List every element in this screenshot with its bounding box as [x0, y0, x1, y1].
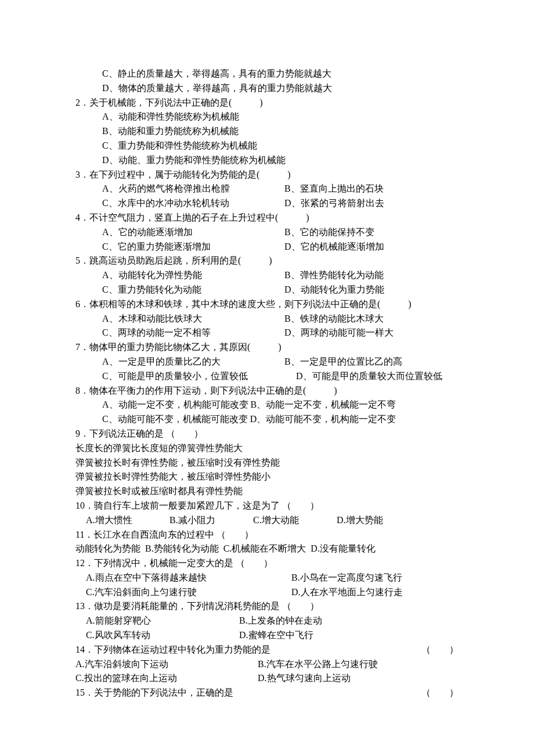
q11-option-b: B.势能转化为动能 — [145, 543, 219, 553]
q12-stem: 12．下列情况中，机械能一定变大的是 （ ） — [75, 556, 459, 571]
q12-options-row1: A.雨点在空中下落得越来越快 B.小鸟在一定高度匀速飞行 — [75, 571, 459, 585]
q6-stem: 6．体积相等的木球和铁球，其中木球的速度大些，则下列说法中正确的是( ) — [75, 297, 459, 312]
q14-paren: （ ） — [421, 643, 459, 657]
q15-stem: 15．关于势能的下列说法中，正确的是 — [75, 686, 421, 700]
q12-option-a: A.雨点在空中下落得越来越快 — [86, 571, 289, 585]
q3-option-d: D、张紧的弓将箭射出去 — [284, 196, 384, 211]
q7-option-b: B、一定是甲的位置比乙的高 — [284, 355, 402, 369]
q9-option-d: 弹簧被拉长时或被压缩时都具有弹性势能 — [75, 484, 459, 499]
q6-option-d: D、两球的动能可能一样大 — [284, 326, 394, 340]
q5-option-a: A、动能转化为弹性势能 — [102, 268, 282, 283]
q7-option-d: D、可能是甲的质量较大而位置较低 — [296, 369, 442, 384]
q11-options: 动能转化为势能 B.势能转化为动能 C.机械能在不断增大 D.没有能量转化 — [75, 542, 459, 556]
q7-options-row2: C、可能是甲的质量较小，位置较低 D、可能是甲的质量较大而位置较低 — [75, 369, 459, 384]
q2-option-b: B、动能和重力势能统称为机械能 — [75, 124, 459, 139]
q5-options-row2: C、重力势能转化为动能 D、动能转化为重力势能 — [75, 283, 459, 297]
q14-option-c: C.投出的篮球在向上运动 — [75, 671, 255, 686]
q13-option-a: A.箭能射穿靶心 — [86, 614, 237, 628]
q1-option-d: D、物体的质量越大，举得越高，具有的重力势能就越大 — [75, 81, 459, 96]
q4-stem: 4．不计空气阻力，竖直上抛的石子在上升过程中( ) — [75, 211, 459, 225]
q10-option-a: A.增大惯性 — [86, 513, 167, 528]
q3-stem: 3．在下列过程中，属于动能转化为势能的是( ) — [75, 168, 459, 182]
q10-stem: 10．骑自行车上坡前一般要加紧蹬几下，这是为了 （ ） — [75, 499, 459, 513]
q8-option-a: A、动能一定不变，机构能可能改变 — [102, 399, 248, 409]
q6-option-c: C、两球的动能一定不相等 — [102, 326, 282, 340]
q3-option-c: C、水库中的水冲动水轮机转动 — [102, 196, 282, 211]
q4-options-row1: A、它的动能逐渐增加 B、它的动能保持不变 — [75, 225, 459, 240]
q5-option-b: B、弹性势能转化为动能 — [284, 268, 384, 283]
q9-option-b: 弹簧被拉长时有弹性势能，被压缩时没有弹性势能 — [75, 456, 459, 470]
q14-option-d: D.热气球匀速向上运动 — [258, 671, 351, 686]
q12-option-c: C.汽车沿斜面向上匀速行驶 — [86, 585, 289, 600]
q6-option-a: A、木球和动能比铁球大 — [102, 312, 282, 326]
q3-options-row2: C、水库中的水冲动水轮机转动 D、张紧的弓将箭射出去 — [75, 196, 459, 211]
q8-option-b: B、动能一定不变，机械能一定不弯 — [251, 399, 396, 409]
q9-stem: 9．下列说法正确的是 （ ） — [75, 427, 459, 441]
q13-options-row2: C.风吹风车转动 D.蜜蜂在空中飞行 — [75, 628, 459, 643]
q4-option-d: D、它的机械能逐渐增加 — [284, 240, 384, 254]
q14-stem-row: 14．下列物体在运动过程中转化为重力势能的是 （ ） — [75, 643, 459, 657]
q5-options-row1: A、动能转化为弹性势能 B、弹性势能转化为动能 — [75, 268, 459, 283]
q11-option-d: D.没有能量转化 — [311, 543, 376, 553]
q3-option-b: B、竖直向上抛出的石块 — [284, 182, 384, 196]
q13-option-d: D.蜜蜂在空中飞行 — [239, 628, 313, 643]
q3-options-row1: A、火药的燃气将枪弹推出枪膛 B、竖直向上抛出的石块 — [75, 182, 459, 196]
q10-option-c: C.增大动能 — [253, 513, 334, 528]
q8-option-c: C、动能可能不变，机械能可能改变 — [102, 414, 248, 424]
q7-option-c: C、可能是甲的质量较小，位置较低 — [102, 369, 294, 384]
q14-options-row1: A.汽车沿斜坡向下运动 B.汽车在水平公路上匀速行驶 — [75, 657, 459, 672]
q7-options-row1: A、一定是甲的质量比乙的大 B、一定是甲的位置比乙的高 — [75, 355, 459, 369]
q6-options-row2: C、两球的动能一定不相等 D、两球的动能可能一样大 — [75, 326, 459, 340]
q9-option-c: 弹簧被拉长时弹性势能大，被压缩时弹性势能小 — [75, 470, 459, 484]
q14-options-row2: C.投出的篮球在向上运动 D.热气球匀速向上运动 — [75, 671, 459, 686]
q11-stem: 11．长江水在自西流向东的过程中 （ ） — [75, 528, 459, 542]
q10-option-b: B.减小阻力 — [169, 513, 251, 528]
q6-option-b: B、铁球的动能比木球大 — [284, 312, 384, 326]
q9-option-a: 长度长的弹簧比长度短的弹簧弹性势能大 — [75, 441, 459, 456]
q7-option-a: A、一定是甲的质量比乙的大 — [102, 355, 282, 369]
q12-options-row2: C.汽车沿斜面向上匀速行驶 D.人在水平地面上匀速行走 — [75, 585, 459, 600]
q15-paren: （ ） — [421, 686, 459, 700]
q13-option-c: C.风吹风车转动 — [86, 628, 237, 643]
q6-options-row1: A、木球和动能比铁球大 B、铁球的动能比木球大 — [75, 312, 459, 326]
q4-option-c: C、它的重力势能逐渐增加 — [102, 240, 282, 254]
q2-stem: 2．关于机械能，下列说法中正确的是( ) — [75, 96, 459, 110]
q12-option-b: B.小鸟在一定高度匀速飞行 — [291, 571, 402, 585]
q5-stem: 5．跳高运动员助跑后起跳，所利用的是( ) — [75, 254, 459, 268]
q13-option-b: B.上发条的钟在走动 — [239, 614, 322, 628]
q8-options-row2: C、动能可能不变，机械能可能改变 D、动能可能不变，机构能一定不变 — [75, 412, 459, 427]
q11-option-a: 动能转化为势能 — [75, 543, 140, 553]
q7-stem: 7．物体甲的重力势能比物体乙大，其原因( ) — [75, 340, 459, 355]
q8-option-d: D、动能可能不变，机构能一定不变 — [250, 414, 396, 424]
q13-options-row1: A.箭能射穿靶心 B.上发条的钟在走动 — [75, 614, 459, 628]
q2-option-a: A、动能和弹性势能统称为机械能 — [75, 110, 459, 124]
q14-option-b: B.汽车在水平公路上匀速行驶 — [258, 657, 378, 672]
q5-option-c: C、重力势能转化为动能 — [102, 283, 282, 297]
q4-options-row2: C、它的重力势能逐渐增加 D、它的机械能逐渐增加 — [75, 240, 459, 254]
q1-option-c: C、静止的质量越大，举得越高，具有的重力势能就越大 — [75, 67, 459, 81]
q10-options: A.增大惯性 B.减小阻力 C.增大动能 D.增大势能 — [75, 513, 459, 528]
q12-option-d: D.人在水平地面上匀速行走 — [291, 585, 403, 600]
q14-stem: 14．下列物体在运动过程中转化为重力势能的是 — [75, 643, 421, 657]
q4-option-b: B、它的动能保持不变 — [284, 225, 374, 240]
document-page: C、静止的质量越大，举得越高，具有的重力势能就越大 D、物体的质量越大，举得越高… — [0, 0, 534, 756]
q10-option-d: D.增大势能 — [337, 513, 383, 528]
q4-option-a: A、它的动能逐渐增加 — [102, 225, 282, 240]
q2-option-c: C、重力势能和弹性势能统称为机械能 — [75, 139, 459, 153]
q14-option-a: A.汽车沿斜坡向下运动 — [75, 657, 255, 672]
q13-stem: 13．做功是要消耗能量的，下列情况消耗势能的是 （ ） — [75, 599, 459, 614]
q2-option-d: D、动能、重力势能和弹性势能统称为机械能 — [75, 153, 459, 168]
q11-option-c: C.机械能在不断增大 — [223, 543, 306, 553]
q5-option-d: D、动能转化为重力势能 — [284, 283, 384, 297]
q15-stem-row: 15．关于势能的下列说法中，正确的是 （ ） — [75, 686, 459, 700]
q8-stem: 8．物体在平衡力的作用下运动，则下列说法中正确的是( ) — [75, 384, 459, 398]
q8-options-row1: A、动能一定不变，机构能可能改变 B、动能一定不变，机械能一定不弯 — [75, 398, 459, 412]
q3-option-a: A、火药的燃气将枪弹推出枪膛 — [102, 182, 282, 196]
